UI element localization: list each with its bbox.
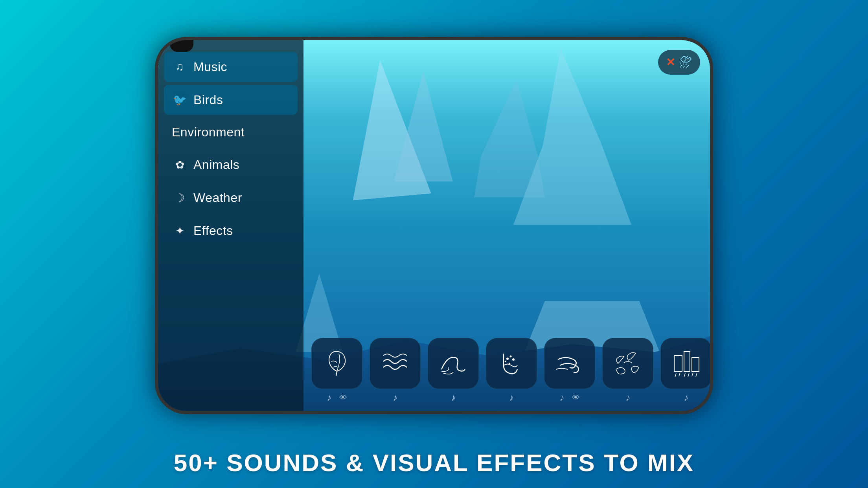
wave-crash-music-icon[interactable]: ♪	[451, 392, 456, 403]
waterfall-svg-icon	[496, 348, 527, 379]
svg-point-2	[505, 361, 506, 362]
sound-item-wind[interactable]: ♪ 👁	[544, 338, 595, 403]
svg-line-8	[675, 373, 676, 377]
sidebar-item-birds[interactable]: 🐦 Birds	[164, 85, 298, 115]
wind-svg-icon	[554, 348, 585, 379]
svg-line-11	[688, 373, 689, 377]
music-icon: ♫	[172, 59, 188, 75]
sound-item-waterfall[interactable]: ♪	[486, 338, 537, 403]
close-icon: ✕	[666, 56, 675, 69]
waterfall-icon-box	[486, 338, 537, 389]
sidebar-item-weather[interactable]: ☽ Weather	[164, 183, 298, 213]
sidebar-label-animals: Animals	[193, 158, 239, 172]
weather-sidebar-icon: ☽	[172, 190, 188, 205]
sound-item-leaves[interactable]: ♪ 👁	[311, 338, 362, 403]
leaves-controls: ♪ 👁	[327, 392, 347, 403]
svg-point-4	[509, 363, 510, 364]
wave-crash-svg-icon	[438, 348, 469, 379]
wave-crash-icon-box	[428, 338, 479, 389]
sidebar-label-weather: Weather	[193, 191, 242, 205]
phone-frame: ♫ Music 🐦 Birds Environment ✿ Animals ☽ …	[155, 37, 713, 414]
sidebar-label-music: Music	[193, 60, 227, 74]
leaves-eye-icon[interactable]: 👁	[339, 393, 347, 402]
tagline-bar: 50+ SOUNDS & VISUAL EFFECTS TO MIX	[0, 442, 868, 479]
ocean-controls: ♪	[393, 392, 397, 403]
leaves-svg-icon	[321, 348, 353, 379]
waterfall-controls: ♪	[509, 392, 514, 403]
svg-point-1	[510, 356, 512, 358]
sound-bar: ♪ 👁 ♪	[307, 338, 702, 403]
sidebar-item-music[interactable]: ♫ Music	[164, 52, 298, 82]
screen: ♫ Music 🐦 Birds Environment ✿ Animals ☽ …	[158, 40, 710, 411]
svg-line-13	[696, 373, 697, 377]
sidebar-label-birds: Birds	[193, 93, 223, 107]
animals-icon: ✿	[172, 157, 188, 172]
svg-rect-5	[674, 356, 682, 371]
svg-rect-6	[684, 352, 690, 371]
underwater-svg-icon	[612, 348, 644, 379]
wind-eye-icon[interactable]: 👁	[572, 393, 580, 402]
sidebar-label-effects: Effects	[193, 224, 233, 238]
storm-icon: ⛈	[679, 55, 692, 70]
sound-item-wave-crash[interactable]: ♪	[428, 338, 479, 403]
ocean-waves-icon-box	[370, 338, 421, 389]
sound-item-ocean-waves[interactable]: ♪	[370, 338, 421, 403]
sidebar-item-effects[interactable]: ✦ Effects	[164, 216, 298, 246]
birds-icon: 🐦	[172, 92, 188, 108]
sidebar-item-animals[interactable]: ✿ Animals	[164, 150, 298, 180]
rain-city-icon-box	[660, 338, 710, 389]
ocean-music-icon[interactable]: ♪	[393, 392, 397, 403]
rain-city-svg-icon	[670, 348, 702, 379]
leaves-music-icon[interactable]: ♪	[327, 392, 331, 403]
svg-rect-7	[692, 358, 699, 371]
weather-toggle-button[interactable]: ✕ ⛈	[658, 50, 700, 75]
ocean-waves-svg-icon	[379, 348, 411, 379]
sidebar: ♫ Music 🐦 Birds Environment ✿ Animals ☽ …	[158, 40, 303, 411]
waterfall-music-icon[interactable]: ♪	[509, 392, 514, 403]
sound-item-rain-city[interactable]: ♪	[660, 338, 710, 403]
crystal-decoration	[474, 79, 545, 197]
svg-line-12	[692, 372, 693, 376]
svg-point-0	[506, 358, 509, 360]
tagline-text: 50+ SOUNDS & VISUAL EFFECTS TO MIX	[174, 449, 694, 476]
underwater-controls: ♪	[625, 392, 630, 403]
svg-point-3	[512, 358, 515, 361]
sidebar-label-environment: Environment	[172, 125, 245, 139]
effects-icon: ✦	[172, 223, 188, 238]
rain-city-controls: ♪	[684, 392, 688, 403]
svg-line-10	[684, 373, 685, 377]
wind-music-icon[interactable]: ♪	[559, 392, 564, 403]
svg-line-9	[679, 372, 680, 376]
sidebar-item-environment[interactable]: Environment	[164, 118, 298, 147]
wind-controls: ♪ 👁	[559, 392, 580, 403]
wave-crash-controls: ♪	[451, 392, 456, 403]
wind-icon-box	[544, 338, 595, 389]
rain-city-music-icon[interactable]: ♪	[684, 392, 688, 403]
phone-wrapper: ♫ Music 🐦 Birds Environment ✿ Animals ☽ …	[57, 9, 811, 442]
underwater-music-icon[interactable]: ♪	[625, 392, 630, 403]
underwater-icon-box	[602, 338, 653, 389]
sound-item-underwater[interactable]: ♪	[602, 338, 653, 403]
leaves-icon-box	[311, 338, 362, 389]
